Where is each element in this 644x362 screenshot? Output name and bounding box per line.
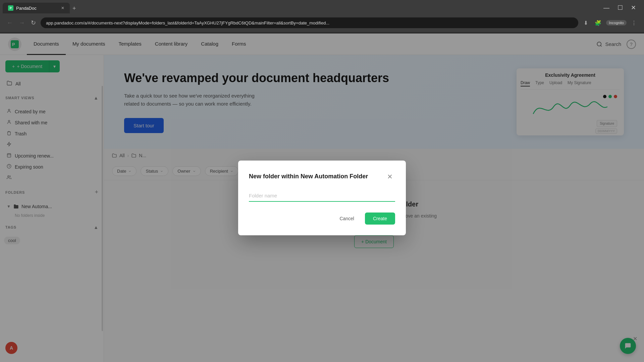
incognito-badge: Incognito	[606, 20, 627, 25]
modal-actions: Cancel Create	[249, 213, 395, 225]
folder-name-input[interactable]	[249, 190, 395, 202]
cancel-button[interactable]: Cancel	[333, 213, 361, 225]
extension-button[interactable]: 🧩	[593, 18, 603, 27]
menu-button[interactable]: ⋮	[629, 18, 639, 27]
minimize-button[interactable]: —	[601, 3, 612, 13]
maximize-button[interactable]: ☐	[615, 3, 626, 13]
download-button[interactable]: ⬇	[582, 18, 590, 27]
create-button[interactable]: Create	[365, 213, 395, 225]
tab-title: PandaDoc	[16, 6, 37, 11]
close-window-button[interactable]: ✕	[628, 3, 639, 13]
browser-tab[interactable]: P PandaDoc ✕	[3, 3, 70, 13]
tab-close-button[interactable]: ✕	[61, 6, 64, 10]
new-tab-button[interactable]: +	[70, 4, 79, 13]
modal-title-container: New folder within New Automation Folder …	[249, 171, 395, 182]
refresh-button[interactable]: ↻	[30, 18, 37, 28]
modal-close-button[interactable]: ✕	[384, 171, 395, 182]
address-bar[interactable]	[41, 17, 578, 28]
new-folder-modal: New folder within New Automation Folder …	[238, 161, 406, 235]
modal-overlay[interactable]: New folder within New Automation Folder …	[0, 34, 644, 362]
tab-favicon: P	[8, 5, 13, 11]
forward-button[interactable]: →	[17, 18, 26, 28]
back-button[interactable]: ←	[5, 18, 14, 28]
modal-title-text: New folder within New Automation Folder	[249, 173, 368, 180]
